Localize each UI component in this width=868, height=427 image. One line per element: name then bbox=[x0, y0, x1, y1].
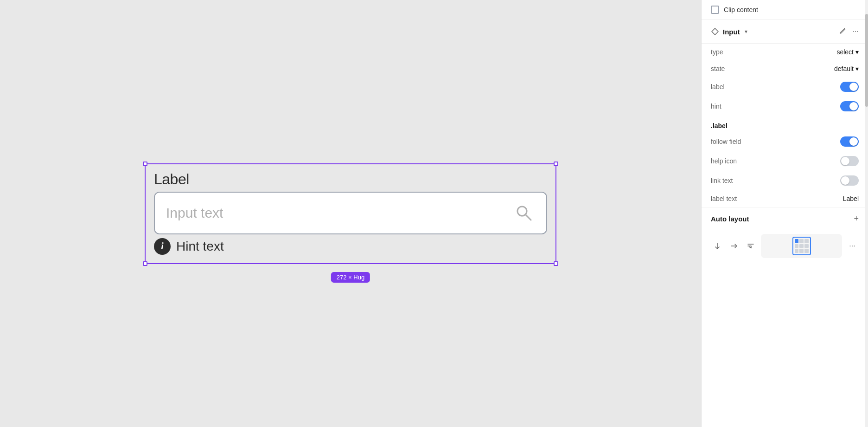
dot-label-section-header: .label bbox=[702, 116, 868, 132]
layout-wrap-icon[interactable] bbox=[744, 239, 757, 252]
clip-content-label: Clip content bbox=[724, 6, 758, 13]
follow-field-toggle[interactable] bbox=[840, 136, 859, 147]
grid-cell-3 bbox=[804, 239, 809, 243]
grid-cell-8 bbox=[799, 249, 804, 253]
type-label: type bbox=[711, 48, 723, 56]
handle-top-left[interactable] bbox=[143, 162, 147, 166]
grid-cell-2 bbox=[799, 239, 804, 243]
input-field[interactable]: Input text bbox=[154, 192, 547, 234]
svg-line-1 bbox=[525, 214, 531, 220]
search-icon bbox=[513, 202, 535, 224]
input-section-header: Input ▾ ··· bbox=[702, 20, 868, 44]
right-panel: Clip content Input ▾ ··· type bbox=[701, 0, 868, 427]
canvas: Label Input text i Hint text bbox=[0, 0, 701, 427]
label-toggle[interactable] bbox=[840, 82, 859, 92]
auto-layout-header: Auto layout + bbox=[702, 207, 868, 230]
help-icon-toggle-thumb bbox=[841, 157, 849, 165]
state-property-row: state default ▾ bbox=[702, 60, 868, 77]
label-text-value[interactable]: Label bbox=[843, 195, 859, 202]
more-dots-text: ··· bbox=[849, 242, 855, 250]
hint-toggle-thumb bbox=[849, 102, 858, 110]
grid-cell-9 bbox=[804, 249, 809, 253]
handle-bottom-right[interactable] bbox=[554, 261, 558, 266]
grid-cell-6 bbox=[804, 244, 809, 248]
state-value-dropdown[interactable]: default ▾ bbox=[834, 65, 859, 72]
hint-info-icon: i bbox=[154, 238, 171, 255]
layout-alignment-grid[interactable] bbox=[761, 234, 842, 258]
component-name-dropdown[interactable]: ▾ bbox=[745, 28, 747, 35]
dimension-badge: 272 × Hug bbox=[331, 272, 370, 283]
input-header-right: ··· bbox=[839, 26, 859, 37]
clip-content-checkbox[interactable] bbox=[711, 6, 719, 14]
label-property-row: label bbox=[702, 77, 868, 97]
type-property-row: type select ▾ bbox=[702, 44, 868, 60]
type-dropdown-arrow[interactable]: ▾ bbox=[855, 48, 859, 56]
component-name-label: Input bbox=[723, 28, 740, 36]
label-text-prop-label: label text bbox=[711, 195, 737, 202]
help-icon-row: help icon bbox=[702, 151, 868, 171]
hint-prop-label: hint bbox=[711, 103, 721, 110]
help-icon-toggle[interactable] bbox=[840, 156, 859, 166]
component-container: Label Input text i Hint text bbox=[145, 163, 556, 264]
type-value: select bbox=[836, 48, 854, 56]
dot-label-title: .label bbox=[711, 122, 728, 129]
layout-down-icon[interactable] bbox=[711, 239, 724, 252]
auto-layout-more-icon[interactable]: ··· bbox=[846, 239, 859, 252]
input-header-left: Input ▾ bbox=[711, 27, 747, 36]
diamond-icon bbox=[711, 27, 719, 36]
hint-text: Hint text bbox=[176, 239, 224, 254]
component-label: Label bbox=[154, 171, 547, 188]
hint-icon-letter: i bbox=[161, 241, 164, 252]
handle-top-right[interactable] bbox=[554, 162, 558, 166]
scrollbar-thumb[interactable] bbox=[865, 14, 868, 107]
alignment-grid-inner bbox=[792, 237, 811, 255]
link-text-toggle[interactable] bbox=[840, 175, 859, 186]
grid-cell-1 bbox=[795, 239, 799, 243]
grid-cell-7 bbox=[795, 249, 799, 253]
component-inner: Label Input text i Hint text bbox=[147, 165, 555, 262]
link-text-label: link text bbox=[711, 177, 733, 184]
type-value-dropdown[interactable]: select ▾ bbox=[836, 48, 859, 56]
follow-field-row: follow field bbox=[702, 132, 868, 151]
clip-content-row: Clip content bbox=[702, 0, 868, 20]
label-text-row: label text Label bbox=[702, 190, 868, 207]
add-auto-layout-icon[interactable]: + bbox=[854, 214, 859, 224]
grid-cell-4 bbox=[795, 244, 799, 248]
edit-icon[interactable] bbox=[839, 26, 847, 37]
follow-field-label: follow field bbox=[711, 138, 741, 145]
label-toggle-thumb bbox=[849, 83, 858, 91]
auto-layout-title: Auto layout bbox=[711, 215, 749, 223]
state-label: state bbox=[711, 65, 725, 72]
handle-bottom-left[interactable] bbox=[143, 261, 147, 266]
link-text-row: link text bbox=[702, 171, 868, 190]
scrollbar-track bbox=[865, 0, 868, 427]
state-value: default bbox=[834, 65, 854, 72]
hint-row: i Hint text bbox=[154, 238, 547, 255]
more-options-icon[interactable]: ··· bbox=[853, 27, 859, 36]
input-placeholder-text: Input text bbox=[166, 205, 223, 221]
selection-box: Label Input text i Hint text bbox=[145, 163, 556, 264]
help-icon-label: help icon bbox=[711, 157, 737, 165]
link-text-toggle-thumb bbox=[841, 176, 849, 185]
state-dropdown-arrow[interactable]: ▾ bbox=[855, 65, 859, 72]
hint-toggle[interactable] bbox=[840, 101, 859, 111]
layout-right-icon[interactable] bbox=[728, 239, 740, 252]
hint-property-row: hint bbox=[702, 97, 868, 116]
label-prop-label: label bbox=[711, 83, 725, 91]
grid-cell-5 bbox=[799, 244, 804, 248]
auto-layout-controls: ··· bbox=[702, 230, 868, 265]
follow-field-toggle-thumb bbox=[849, 137, 858, 146]
